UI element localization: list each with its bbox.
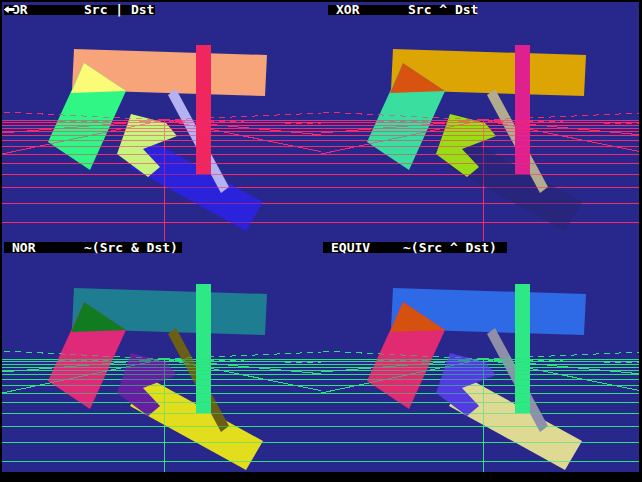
shape-vertical-bar xyxy=(196,284,211,413)
scene-equiv xyxy=(321,241,639,472)
label-bar: XOR Src ^ Dst xyxy=(328,5,476,15)
quadrant-equiv: EQUIV ~(Src ^ Dst) xyxy=(321,241,639,472)
op-expression-label: Src | Dst xyxy=(84,5,154,15)
rop-demo-window: OR Src | Dst XOR Src ^ Dst NOR ~(Src & D… xyxy=(0,0,642,482)
label-bar: OR Src | Dst xyxy=(4,5,155,15)
scene-or xyxy=(2,2,321,241)
quadrant-nor: NOR ~(Src & Dst) xyxy=(2,241,321,472)
quadrant-xor: XOR Src ^ Dst xyxy=(321,2,639,241)
label-bar: NOR ~(Src & Dst) xyxy=(4,242,182,253)
op-name-label: EQUIV xyxy=(331,242,370,253)
pointer-cursor-icon xyxy=(2,4,17,15)
op-name-label: XOR xyxy=(336,5,359,15)
quadrant-background xyxy=(321,241,639,472)
quadrant-background xyxy=(321,2,639,241)
op-name-label: NOR xyxy=(12,242,35,253)
quadrant-background xyxy=(2,2,321,241)
scene-nor xyxy=(2,241,321,472)
shape-vertical-bar xyxy=(515,284,530,413)
shape-vertical-bar xyxy=(196,45,211,174)
label-bar: EQUIV ~(Src ^ Dst) xyxy=(323,242,507,253)
scene-xor xyxy=(321,2,639,241)
op-expression-label: ~(Src & Dst) xyxy=(84,242,178,253)
op-expression-label: ~(Src ^ Dst) xyxy=(403,242,497,253)
quadrant-or: OR Src | Dst xyxy=(2,2,321,241)
shape-vertical-bar xyxy=(515,45,530,174)
op-expression-label: Src ^ Dst xyxy=(408,5,478,15)
quadrant-background xyxy=(2,241,321,472)
